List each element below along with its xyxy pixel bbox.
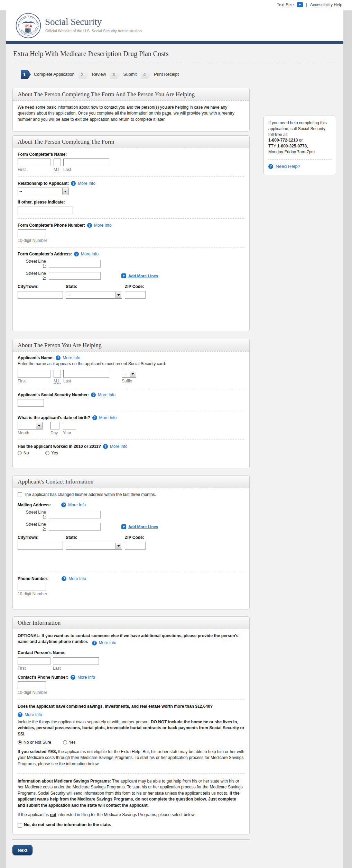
month-label: Month xyxy=(18,431,43,435)
applicant-ssn-input[interactable] xyxy=(18,399,44,407)
help-icon[interactable]: ? xyxy=(62,576,66,581)
help-intro: If you need help completing this applica… xyxy=(268,120,332,137)
applicant-first-name-input[interactable] xyxy=(18,370,50,378)
savings-no-option[interactable]: No or Not Sure xyxy=(18,740,51,745)
mailing-state-select[interactable]: -- xyxy=(66,542,122,550)
help-icon[interactable]: ? xyxy=(92,641,97,645)
applicant-name-more-info-link[interactable]: More Info xyxy=(63,355,80,360)
completer-first-name-input[interactable] xyxy=(18,159,50,166)
help-icon[interactable]: ? xyxy=(92,415,97,420)
ssn-more-info-link[interactable]: More Info xyxy=(98,392,115,397)
mailing-city-input[interactable] xyxy=(18,542,63,550)
dropdown-arrow-icon xyxy=(115,292,121,298)
dob-month-select[interactable]: -- xyxy=(18,422,43,430)
help-tty-phone: 1-800-325-0778, xyxy=(277,144,308,148)
worked-more-info-link[interactable]: More Info xyxy=(110,444,128,449)
radio-selected-icon[interactable] xyxy=(18,740,22,744)
completer-mi-input[interactable] xyxy=(54,159,61,166)
contact-person-first-input[interactable] xyxy=(18,657,50,665)
applicant-phone-more-info-link[interactable]: More Info xyxy=(68,576,86,581)
help-icon[interactable]: ? xyxy=(87,223,92,228)
not-interested-line: If the applicant is not interested in fi… xyxy=(18,812,244,818)
progress-steps: 1 Complete Application 2 Review 3 Submit… xyxy=(21,70,343,79)
completer-add-more-lines-link[interactable]: + Add More Lines xyxy=(121,273,158,278)
other-relationship-input[interactable] xyxy=(18,207,73,214)
contact-phone-more-info-link[interactable]: More Info xyxy=(77,675,95,680)
next-button[interactable]: Next xyxy=(12,845,33,855)
completer-last-name-input[interactable] xyxy=(63,159,109,166)
step-print-receipt: 4 Print Receipt xyxy=(141,70,179,79)
completer-address-more-info-link[interactable]: More Info xyxy=(81,252,99,256)
mailing-add-more-lines-link[interactable]: + Add More Lines xyxy=(121,524,158,529)
help-icon[interactable]: ? xyxy=(71,675,75,680)
mailing-street1-input[interactable] xyxy=(49,511,101,518)
divider xyxy=(18,388,244,388)
completer-street2-input[interactable] xyxy=(49,272,101,280)
help-icon[interactable]: ? xyxy=(91,392,96,397)
relationship-select[interactable]: -- xyxy=(18,188,69,195)
savings-note: Include the things the applicant owns se… xyxy=(18,719,244,737)
mi-tooltip-link[interactable]: M.I. xyxy=(54,167,61,172)
step-1-badge: 1 xyxy=(21,70,31,79)
divider xyxy=(18,440,244,440)
completer-zip-input[interactable] xyxy=(125,291,146,299)
dob-label: What is the applicant's date of birth? xyxy=(18,415,90,420)
help-icon[interactable]: ? xyxy=(103,444,108,449)
worked-yes-option[interactable]: Yes xyxy=(45,451,58,455)
need-help-link[interactable]: ? Need Help? xyxy=(268,163,332,170)
dropdown-arrow-icon xyxy=(36,423,42,429)
savings-question: Does the applicant have combined savings… xyxy=(18,704,244,709)
other-relationship-label: If other, please indicate: xyxy=(18,200,244,205)
step-complete-application: 1 Complete Application xyxy=(21,70,74,79)
applicant-suffix-select[interactable]: -- xyxy=(122,370,136,378)
help-icon[interactable]: ? xyxy=(18,712,22,717)
contact-person-name-label: Contact Person's Name: xyxy=(18,650,244,655)
help-hours: Monday-Friday 7am-7pm xyxy=(268,149,332,155)
mailing-more-info-link[interactable]: More Info xyxy=(68,503,86,507)
optional-more-info-link[interactable]: More Info xyxy=(99,640,116,646)
phone-hint: 10-digit Number xyxy=(18,690,244,695)
divider xyxy=(18,773,244,774)
applicant-last-name-input[interactable] xyxy=(63,370,109,378)
completer-phone-more-info-link[interactable]: More Info xyxy=(94,223,112,228)
dropdown-arrow-icon xyxy=(130,371,136,377)
relationship-label: Relationship to Applicant: xyxy=(18,181,69,186)
radio-icon[interactable] xyxy=(63,740,67,744)
help-icon[interactable]: ? xyxy=(74,252,79,256)
accessibility-help-link[interactable]: Accessibility Help xyxy=(310,2,342,7)
checkbox-icon[interactable] xyxy=(18,492,22,497)
completer-street1-input[interactable] xyxy=(49,260,101,268)
text-size-dropdown[interactable] xyxy=(297,2,303,7)
help-icon[interactable]: ? xyxy=(61,503,66,507)
radio-icon[interactable] xyxy=(18,451,22,455)
savings-yes-option[interactable]: Yes xyxy=(63,740,76,745)
day-label: Day xyxy=(50,431,59,435)
worked-no-option[interactable]: No xyxy=(18,451,29,455)
svg-text:USA: USA xyxy=(25,24,32,28)
dob-more-info-link[interactable]: More Info xyxy=(99,415,117,420)
dob-year-input[interactable] xyxy=(63,422,76,430)
contact-phone-input[interactable] xyxy=(18,681,46,689)
no-send-option[interactable]: No, do not send the information to the s… xyxy=(18,822,244,828)
applicant-phone-input[interactable] xyxy=(18,583,46,590)
savings-more-info-link[interactable]: More Info xyxy=(25,712,42,717)
mailing-zip-input[interactable] xyxy=(125,542,146,550)
help-icon[interactable]: ? xyxy=(56,355,61,360)
completer-state-select[interactable]: -- xyxy=(66,291,122,299)
address-changed-option[interactable]: The applicant has changed his/her addres… xyxy=(18,492,244,498)
contact-phone-label: Contact's Phone Number: xyxy=(18,675,68,680)
radio-icon[interactable] xyxy=(45,451,49,455)
dob-day-input[interactable] xyxy=(50,422,59,430)
step-review: 2 Review xyxy=(78,70,106,79)
mailing-street2-input[interactable] xyxy=(49,523,101,531)
mi-tooltip-link[interactable]: M.I. xyxy=(54,379,61,384)
help-icon[interactable]: ? xyxy=(71,181,76,186)
checkbox-icon[interactable] xyxy=(18,823,22,828)
completer-phone-input[interactable] xyxy=(18,229,46,237)
contact-person-last-input[interactable] xyxy=(53,657,99,665)
relationship-more-info-link[interactable]: More Info xyxy=(78,181,95,186)
step-3-badge: 3 xyxy=(110,70,120,79)
page-title: Extra Help With Medicare Prescription Dr… xyxy=(6,44,343,58)
completer-city-input[interactable] xyxy=(18,291,63,299)
applicant-mi-input[interactable] xyxy=(54,370,61,378)
